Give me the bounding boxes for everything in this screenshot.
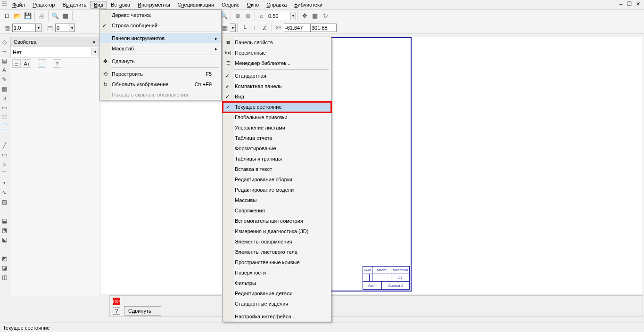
zoom-window-icon[interactable]: ⌕ (256, 11, 267, 21)
grid-dropdown-icon[interactable]: ▾ (230, 24, 236, 32)
prop-help-icon[interactable]: ? (53, 59, 61, 68)
view-menu-item[interactable]: ↻Обновить изображениеCtrl+F9 (99, 79, 221, 89)
zoom-out-icon[interactable]: ⊖ (243, 11, 253, 21)
tool-spec-icon[interactable]: ☷ (0, 113, 8, 121)
ortho-icon[interactable]: └ (239, 23, 249, 33)
panels-menu-item[interactable]: Элементы листового тела (223, 247, 331, 257)
view-menu-item[interactable]: ✥Сдвинуть (99, 56, 221, 66)
refresh-icon[interactable]: ↻ (320, 11, 330, 21)
panels-menu-item[interactable]: Настройка интерфейса... (223, 311, 331, 322)
preview-icon[interactable]: 🔍 (50, 11, 60, 21)
menu-сервис[interactable]: Сервис (218, 1, 243, 8)
coords-icon[interactable]: XY (273, 23, 284, 33)
panels-menu-item[interactable]: Фильтры (223, 278, 331, 288)
snap-perp-icon[interactable]: ⊥ (249, 23, 260, 33)
panels-menu-item[interactable]: Таблица отчета (223, 133, 331, 143)
scale-input[interactable] (12, 24, 36, 32)
menu-инструменты[interactable]: Инструменты (134, 1, 174, 8)
tool-geometry-icon[interactable]: ◇ (0, 38, 8, 46)
state-icon[interactable]: ▦ (2, 23, 12, 33)
step-dropdown-icon[interactable]: ▾ (69, 24, 75, 32)
window-minimize-button[interactable]: – (618, 1, 624, 8)
help-icon[interactable]: ? (113, 307, 120, 315)
panels-menu-item[interactable]: Редактирование модели (223, 185, 331, 195)
panels-menu-item[interactable]: Пространственные кривые (223, 257, 331, 267)
tool-spline-icon[interactable]: ∿ (0, 188, 8, 197)
snap-icon[interactable]: ▦ (310, 11, 320, 21)
menu-окно[interactable]: Окно (243, 1, 263, 8)
panels-menu-item[interactable]: Элементы оформления (223, 236, 331, 247)
view-menu-item[interactable]: Масштаб▸ (99, 43, 221, 54)
step-input[interactable] (55, 24, 69, 32)
window-restore-button[interactable]: ❐ (626, 1, 633, 8)
panels-menu-item[interactable]: Редактирование детали (223, 288, 331, 299)
view-menu-item[interactable]: ✓Строка сообщений (99, 20, 221, 31)
panels-menu-item[interactable]: Таблицы и границы (223, 154, 331, 164)
tool-select-icon[interactable]: ▭ (0, 104, 8, 112)
panels-menu-item[interactable]: ▦Панель свойств (223, 37, 331, 48)
view-menu-item[interactable]: ⟲ПерестроитьF5 (99, 69, 221, 79)
panels-menu-item[interactable]: f(x)Переменные (223, 48, 331, 58)
view-menu-item[interactable]: Панели инструментов▸ (99, 33, 221, 43)
menu-редактор[interactable]: Редактор (29, 1, 58, 8)
zoom-input[interactable] (267, 12, 290, 20)
menu-файл[interactable]: Файл (8, 1, 29, 8)
tool-circle-icon[interactable]: ○ (0, 160, 8, 169)
panels-menu-item[interactable]: ✓Стандартная (223, 71, 331, 81)
tool-extra1-icon[interactable]: ⬓ (0, 217, 8, 225)
pan-icon[interactable]: ✥ (299, 11, 310, 21)
tool-extra5-icon[interactable]: ◪ (0, 264, 8, 272)
menu-справка[interactable]: Справка (263, 1, 290, 8)
tool-text-icon[interactable]: A (0, 66, 8, 74)
tool-extra3-icon[interactable]: ⬕ (0, 235, 8, 244)
tool-measure-icon[interactable]: ⊿ (0, 94, 8, 103)
panels-menu-item[interactable]: Вставка в текст (223, 164, 331, 174)
properties-object-input[interactable] (11, 48, 91, 57)
menu-вид[interactable]: Вид (90, 1, 107, 8)
panels-menu-item[interactable]: ✓Вид (223, 91, 331, 102)
panels-menu-item[interactable]: ✓Компактная панель (223, 81, 331, 91)
print-icon[interactable]: 🖨 (36, 11, 47, 21)
panels-menu-item[interactable]: Стандартные изделия (223, 299, 331, 309)
window-close-button[interactable]: ✕ (635, 1, 641, 8)
zoom-dropdown-icon[interactable]: ▾ (290, 12, 296, 20)
menu-выделить[interactable]: Выделить (58, 1, 90, 8)
view-menu-item[interactable]: Дерево чертежа (99, 10, 221, 20)
panels-menu-item[interactable]: Вспомогательная геометрия (223, 216, 331, 226)
tool-hatch-icon[interactable]: ▤ (0, 57, 8, 65)
tool-edit-icon[interactable]: ✎ (0, 75, 8, 84)
pan-command-button[interactable]: Сдвинуть (124, 306, 161, 316)
prop-page-icon[interactable]: 📄 (38, 59, 46, 68)
tool-extra6-icon[interactable]: ◫ (0, 273, 8, 282)
zoom-in-icon[interactable]: ⊕ (232, 11, 243, 21)
tool-icon[interactable]: ▦ (60, 11, 71, 21)
tool-params-icon[interactable]: ▦ (0, 85, 8, 93)
tool-arc-icon[interactable]: ⌒ (0, 170, 8, 178)
tool-dimension-icon[interactable]: ↔ (0, 47, 8, 56)
menu-библиотеки[interactable]: Библиотеки (290, 1, 326, 8)
panels-menu-item[interactable]: Сопряжения (223, 205, 331, 216)
panels-menu-item[interactable]: Редактирование сборки (223, 174, 331, 185)
coord-x-input[interactable] (284, 24, 310, 32)
tool-report-icon[interactable]: 📄 (0, 122, 8, 131)
snap-angle-icon[interactable]: ∠ (260, 23, 270, 33)
panels-menu-item[interactable]: Управление листами (223, 122, 331, 133)
open-file-icon[interactable]: 📂 (12, 11, 23, 21)
panels-menu-item[interactable]: ✓Текущее состояние (223, 102, 331, 112)
menu-drag-handle[interactable] (2, 1, 7, 7)
panels-menu-item[interactable]: ☰Менеджер библиотек... (223, 58, 331, 68)
panels-menu-item[interactable]: Форматирование (223, 143, 331, 154)
save-icon[interactable]: 💾 (23, 11, 33, 21)
tool-extra4-icon[interactable]: ◩ (0, 254, 8, 263)
menu-спецификация[interactable]: Спецификация (174, 1, 218, 8)
stop-icon[interactable]: STOP (113, 298, 120, 305)
properties-dropdown-icon[interactable]: ▾ (91, 48, 99, 57)
prop-alpha-icon[interactable]: A↓ (23, 59, 31, 68)
coord-y-input[interactable] (310, 24, 337, 32)
tool-fill-icon[interactable]: ▨ (0, 198, 8, 206)
new-file-icon[interactable]: 🗋 (2, 11, 12, 21)
tool-rect-icon[interactable]: ▭ (0, 151, 8, 159)
scale-dropdown-icon[interactable]: ▾ (36, 24, 41, 32)
layer-icon[interactable]: ▤ (45, 23, 55, 33)
tool-point-icon[interactable]: • (0, 179, 8, 187)
